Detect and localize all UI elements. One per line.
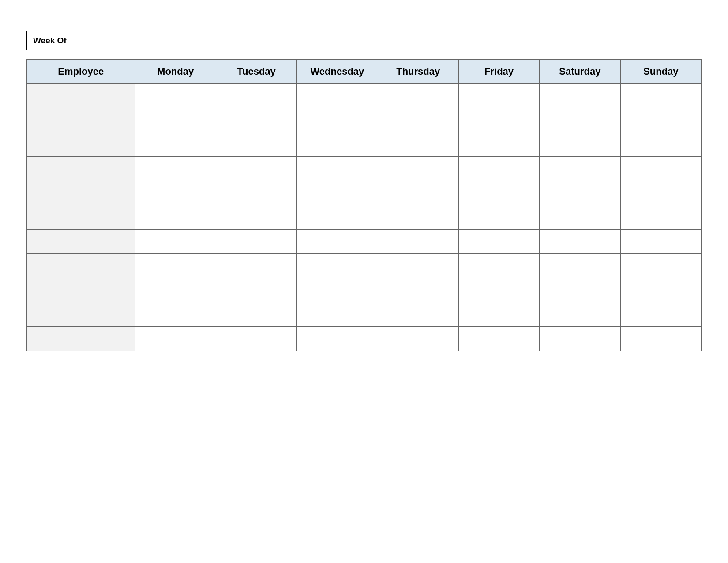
day-cell[interactable] <box>297 230 378 254</box>
day-cell[interactable] <box>297 302 378 327</box>
day-cell[interactable] <box>135 327 216 351</box>
day-cell[interactable] <box>458 302 539 327</box>
day-cell[interactable] <box>458 230 539 254</box>
employee-cell[interactable] <box>27 254 135 278</box>
day-cell[interactable] <box>216 205 296 230</box>
day-cell[interactable] <box>216 327 296 351</box>
day-header-sunday: Sunday <box>620 60 701 84</box>
day-cell[interactable] <box>297 132 378 157</box>
day-header-wednesday: Wednesday <box>297 60 378 84</box>
day-cell[interactable] <box>297 108 378 132</box>
day-cell[interactable] <box>540 205 620 230</box>
day-cell[interactable] <box>297 254 378 278</box>
day-cell[interactable] <box>540 157 620 181</box>
day-cell[interactable] <box>297 157 378 181</box>
table-row <box>27 327 702 351</box>
day-cell[interactable] <box>458 327 539 351</box>
day-cell[interactable] <box>216 157 296 181</box>
day-cell[interactable] <box>540 254 620 278</box>
day-cell[interactable] <box>378 157 458 181</box>
day-cell[interactable] <box>620 230 701 254</box>
day-cell[interactable] <box>216 108 296 132</box>
day-cell[interactable] <box>378 181 458 205</box>
day-cell[interactable] <box>620 84 701 108</box>
day-cell[interactable] <box>540 230 620 254</box>
day-cell[interactable] <box>216 278 296 302</box>
day-cell[interactable] <box>378 302 458 327</box>
day-cell[interactable] <box>620 205 701 230</box>
day-cell[interactable] <box>135 157 216 181</box>
day-cell[interactable] <box>458 108 539 132</box>
day-header-tuesday: Tuesday <box>216 60 296 84</box>
table-row <box>27 132 702 157</box>
day-cell[interactable] <box>620 302 701 327</box>
day-cell[interactable] <box>135 132 216 157</box>
day-cell[interactable] <box>458 205 539 230</box>
employee-cell[interactable] <box>27 205 135 230</box>
employee-cell[interactable] <box>27 108 135 132</box>
day-header-saturday: Saturday <box>540 60 620 84</box>
employee-cell[interactable] <box>27 157 135 181</box>
employee-cell[interactable] <box>27 327 135 351</box>
day-cell[interactable] <box>458 181 539 205</box>
day-cell[interactable] <box>216 84 296 108</box>
day-cell[interactable] <box>620 108 701 132</box>
day-cell[interactable] <box>458 278 539 302</box>
employee-cell[interactable] <box>27 230 135 254</box>
schedule-table: Employee Monday Tuesday Wednesday Thursd… <box>26 59 702 351</box>
day-cell[interactable] <box>297 278 378 302</box>
day-cell[interactable] <box>458 84 539 108</box>
day-cell[interactable] <box>135 205 216 230</box>
day-cell[interactable] <box>135 302 216 327</box>
day-cell[interactable] <box>297 181 378 205</box>
day-cell[interactable] <box>540 84 620 108</box>
day-cell[interactable] <box>540 181 620 205</box>
day-cell[interactable] <box>540 278 620 302</box>
table-row <box>27 230 702 254</box>
employee-cell[interactable] <box>27 181 135 205</box>
day-cell[interactable] <box>620 327 701 351</box>
day-cell[interactable] <box>297 205 378 230</box>
day-cell[interactable] <box>620 181 701 205</box>
day-cell[interactable] <box>216 230 296 254</box>
employee-cell[interactable] <box>27 278 135 302</box>
day-cell[interactable] <box>216 254 296 278</box>
day-cell[interactable] <box>378 132 458 157</box>
week-of-input[interactable] <box>73 31 221 50</box>
day-header-friday: Friday <box>458 60 539 84</box>
day-cell[interactable] <box>378 205 458 230</box>
table-row <box>27 205 702 230</box>
day-cell[interactable] <box>378 108 458 132</box>
day-cell[interactable] <box>135 108 216 132</box>
day-cell[interactable] <box>620 254 701 278</box>
employee-cell[interactable] <box>27 302 135 327</box>
day-cell[interactable] <box>378 278 458 302</box>
table-row <box>27 157 702 181</box>
day-cell[interactable] <box>216 302 296 327</box>
day-cell[interactable] <box>216 132 296 157</box>
day-cell[interactable] <box>458 132 539 157</box>
day-cell[interactable] <box>620 132 701 157</box>
day-cell[interactable] <box>620 157 701 181</box>
day-cell[interactable] <box>378 327 458 351</box>
day-cell[interactable] <box>297 327 378 351</box>
day-cell[interactable] <box>458 254 539 278</box>
day-cell[interactable] <box>458 157 539 181</box>
employee-cell[interactable] <box>27 132 135 157</box>
day-cell[interactable] <box>540 327 620 351</box>
day-cell[interactable] <box>540 302 620 327</box>
day-cell[interactable] <box>620 278 701 302</box>
day-cell[interactable] <box>216 181 296 205</box>
day-cell[interactable] <box>135 230 216 254</box>
day-cell[interactable] <box>135 278 216 302</box>
day-cell[interactable] <box>540 132 620 157</box>
day-cell[interactable] <box>297 84 378 108</box>
day-cell[interactable] <box>378 254 458 278</box>
day-cell[interactable] <box>135 84 216 108</box>
day-cell[interactable] <box>135 181 216 205</box>
day-cell[interactable] <box>135 254 216 278</box>
employee-cell[interactable] <box>27 84 135 108</box>
day-cell[interactable] <box>540 108 620 132</box>
day-cell[interactable] <box>378 230 458 254</box>
day-cell[interactable] <box>378 84 458 108</box>
